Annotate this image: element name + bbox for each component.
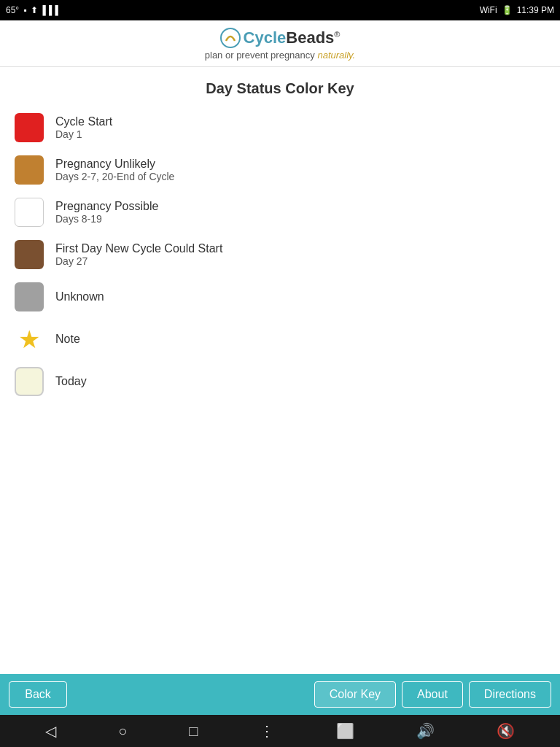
signal-icon: ▌▌▌: [42, 5, 61, 15]
note-title: Note: [55, 333, 80, 346]
cycle-start-swatch: [15, 113, 44, 142]
unknown-title: Unknown: [55, 290, 104, 303]
wifi-icon: WiFi: [480, 5, 497, 15]
logo-trademark: ®: [334, 30, 340, 39]
first-day-new-cycle-subtitle: Day 27: [55, 255, 222, 267]
unknown-label: Unknown: [55, 290, 104, 303]
pregnancy-possible-subtitle: Days 8-19: [55, 213, 158, 225]
today-swatch: [15, 367, 44, 396]
svg-point-0: [221, 28, 240, 47]
bottom-nav: Back Color Key About Directions: [0, 674, 560, 715]
first-day-new-cycle-label: First Day New Cycle Could Start Day 27: [55, 242, 222, 267]
bottom-nav-left: Back: [9, 681, 67, 708]
cycle-start-subtitle: Day 1: [55, 128, 112, 140]
temperature-indicator: 65°: [6, 5, 19, 15]
logo-text-cycle: Cycle: [244, 28, 287, 47]
app-header: CycleBeads® plan or prevent pregnancy na…: [0, 20, 560, 67]
status-bar-right: WiFi 🔋 11:39 PM: [480, 5, 554, 15]
pregnancy-unlikely-swatch: [15, 155, 44, 185]
camera-system-icon[interactable]: ⬜: [336, 722, 354, 740]
cycle-start-label: Cycle Start Day 1: [55, 115, 112, 140]
today-title: Today: [55, 375, 87, 388]
note-label: Note: [55, 333, 80, 346]
first-day-new-cycle-swatch: [15, 240, 44, 269]
clock: 11:39 PM: [517, 5, 554, 15]
system-bar: ◁ ○ □ ⋮ ⬜ 🔊 🔇: [0, 715, 560, 747]
tagline-natural: naturally.: [317, 50, 355, 61]
back-button[interactable]: Back: [9, 681, 67, 708]
bottom-nav-right: Color Key About Directions: [314, 681, 551, 708]
tagline-text: plan or prevent pregnancy: [205, 50, 318, 61]
pregnancy-possible-swatch: [15, 198, 44, 227]
volume-system-icon[interactable]: 🔊: [416, 722, 435, 740]
list-item: First Day New Cycle Could Start Day 27: [15, 240, 545, 269]
status-bar-left: 65° ▪ ⬆ ▌▌▌: [6, 5, 61, 15]
today-label: Today: [55, 375, 87, 388]
list-item: Cycle Start Day 1: [15, 113, 545, 142]
list-item: Pregnancy Unlikely Days 2-7, 20-End of C…: [15, 155, 545, 185]
pregnancy-unlikely-subtitle: Days 2-7, 20-End of Cycle: [55, 171, 174, 182]
unknown-swatch: [15, 282, 44, 311]
menu-system-icon[interactable]: ⋮: [260, 722, 274, 740]
back-system-icon[interactable]: ◁: [45, 722, 56, 740]
screen-icon: ▪: [23, 5, 26, 15]
color-key-button[interactable]: Color Key: [314, 681, 396, 708]
pregnancy-possible-label: Pregnancy Possible Days 8-19: [55, 200, 158, 225]
pregnancy-unlikely-title: Pregnancy Unlikely: [55, 158, 174, 171]
upload-icon: ⬆: [31, 5, 38, 15]
cycle-start-title: Cycle Start: [55, 115, 112, 128]
list-item: Today: [15, 367, 545, 396]
pregnancy-unlikely-label: Pregnancy Unlikely Days 2-7, 20-End of C…: [55, 158, 174, 182]
status-bar: 65° ▪ ⬆ ▌▌▌ WiFi 🔋 11:39 PM: [0, 0, 560, 20]
star-icon: ★: [18, 325, 40, 354]
note-swatch: ★: [15, 325, 44, 354]
logo-icon: [220, 28, 241, 48]
page-title: Day Status Color Key: [0, 67, 560, 106]
logo-text-beads: Beads: [286, 28, 334, 47]
list-item: Unknown: [15, 282, 545, 311]
about-button[interactable]: About: [402, 681, 463, 708]
home-system-icon[interactable]: ○: [118, 723, 127, 740]
recents-system-icon[interactable]: □: [189, 723, 198, 740]
color-key-list: Cycle Start Day 1 Pregnancy Unlikely Day…: [0, 106, 560, 417]
list-item: ★ Note: [15, 325, 545, 354]
directions-button[interactable]: Directions: [469, 681, 551, 708]
battery-icon: 🔋: [502, 5, 513, 15]
list-item: Pregnancy Possible Days 8-19: [15, 198, 545, 227]
tagline: plan or prevent pregnancy naturally.: [205, 50, 355, 61]
pregnancy-possible-title: Pregnancy Possible: [55, 200, 158, 213]
first-day-new-cycle-title: First Day New Cycle Could Start: [55, 242, 222, 255]
volume2-system-icon[interactable]: 🔇: [497, 722, 515, 740]
logo: CycleBeads®: [220, 28, 341, 48]
